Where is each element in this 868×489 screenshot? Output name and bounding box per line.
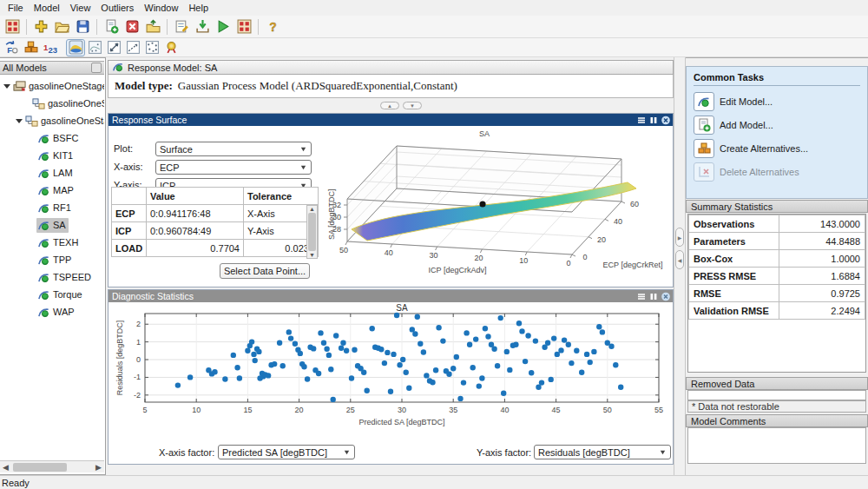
help-icon: ?	[266, 19, 280, 34]
tree-horizontal-scrollbar[interactable]: ◀ ▶	[0, 460, 104, 472]
task-delete-alternatives: Delete Alternatives	[694, 160, 860, 183]
mbc-grid-button[interactable]	[2, 17, 23, 36]
collapse-right-button[interactable]: ▶	[675, 228, 684, 247]
surface-view-button[interactable]	[66, 39, 85, 56]
select-data-point-button[interactable]: Select Data Point...	[220, 263, 310, 279]
edit-data-button[interactable]	[171, 17, 192, 36]
cross-section-button[interactable]	[104, 39, 123, 56]
panel-split-icon[interactable]	[648, 116, 659, 125]
factor-row-ECP[interactable]: ECP0:0.941176:48X-Axis	[112, 205, 319, 222]
residuals-scatter-plot[interactable]: 510152025303540455055-2-1012SAPredicted …	[114, 303, 671, 444]
factor-value-cell[interactable]: 0:0.941176:48	[147, 205, 244, 222]
menu-model[interactable]: Model	[29, 2, 65, 14]
panel-split-icon[interactable]	[648, 292, 659, 301]
help-button[interactable]: ?	[262, 17, 283, 36]
factor-value-cell[interactable]: 0:0.960784:49	[147, 222, 244, 240]
open-button[interactable]	[51, 17, 72, 36]
tree-item-TPP[interactable]: TPP	[0, 251, 104, 268]
scroll-up-icon[interactable]: ▲	[309, 206, 315, 212]
task-add-model-button[interactable]	[694, 116, 714, 135]
tree-panel-button[interactable]	[91, 63, 102, 73]
panel-menu-icon[interactable]	[636, 292, 647, 301]
delete-button[interactable]	[122, 17, 142, 36]
tree-item-BSFC[interactable]: BSFC	[0, 129, 104, 147]
panel-close-icon[interactable]	[661, 116, 671, 125]
tree-item-WAP[interactable]: WAP	[0, 303, 104, 320]
edit-model-icon	[697, 95, 711, 109]
menu-view[interactable]: View	[65, 2, 96, 14]
cage-grid-button[interactable]	[233, 17, 254, 36]
panel-menu-icon[interactable]	[636, 116, 647, 125]
update-fit-button[interactable]: F	[2, 39, 21, 56]
tree-item-RF1[interactable]: RF1	[0, 199, 104, 216]
tree-item-gasolineOneStage[interactable]: gasolineOneStage	[0, 95, 104, 112]
scrollbar-thumb[interactable]	[13, 463, 67, 472]
collapse-down-button[interactable]: ▼	[403, 102, 422, 109]
expander-icon[interactable]	[14, 116, 24, 126]
task-edit-model[interactable]: Edit Model...	[694, 89, 860, 113]
run-icon	[216, 19, 231, 34]
tree-item-TEXH[interactable]: TEXH	[0, 234, 104, 251]
menu-window[interactable]: Window	[139, 2, 183, 14]
task-create-alternatives-button[interactable]	[694, 139, 714, 158]
collapse-up-button[interactable]: ▲	[380, 102, 399, 109]
diagnostic-title: Diagnostic Statistics	[112, 291, 636, 301]
save-button[interactable]	[72, 17, 93, 36]
tree-item-gasolineOneStage[interactable]: gasolineOneStage	[0, 77, 104, 95]
new-project-button[interactable]	[30, 17, 51, 36]
x-axis-factor-select[interactable]: Predicted SA [degBTDC]	[218, 445, 355, 459]
alternatives-button[interactable]	[21, 39, 40, 56]
y-axis-factor-select[interactable]: Residuals [degBTDC]	[534, 445, 671, 459]
line-plot-button[interactable]	[123, 39, 142, 56]
response-surface-panel: Response Surface Plot:SurfaceX-axis:ECPY…	[108, 113, 674, 287]
tree-item-LAM[interactable]: LAM	[0, 164, 104, 182]
add-model-icon	[697, 118, 711, 132]
scatter-view-button[interactable]	[142, 39, 161, 56]
task-create-alternatives[interactable]: Create Alternatives...	[694, 136, 860, 160]
menu-file[interactable]: File	[3, 2, 29, 14]
run-button[interactable]	[213, 17, 233, 36]
new-test-plan-button[interactable]	[101, 17, 122, 36]
menu-help[interactable]: Help	[183, 2, 214, 14]
svg-text:F: F	[7, 45, 12, 55]
vertical-splitter[interactable]: ▶ ◀	[674, 57, 686, 475]
factor-row-LOAD[interactable]: LOAD0.77040.0230	[112, 240, 319, 257]
scrollbar-thumb[interactable]	[308, 213, 316, 251]
delete-icon	[125, 19, 140, 34]
model-comments-box[interactable]	[687, 427, 866, 464]
svg-text:15: 15	[243, 406, 252, 414]
tree-item-label: gasolineOneStage	[29, 81, 104, 91]
tree-item-SA[interactable]: SA	[0, 216, 104, 234]
task-add-model[interactable]: Add Model...	[694, 113, 860, 136]
tree-item-Torque[interactable]: Torque	[0, 286, 104, 303]
up-level-button[interactable]	[142, 17, 163, 36]
factor-value-cell[interactable]: 0.7704	[147, 240, 244, 257]
factor-row-ICP[interactable]: ICP0:0.960784:49Y-Axis	[112, 222, 319, 240]
export-button[interactable]	[192, 17, 213, 36]
tree-item-KIT1[interactable]: KIT1	[0, 147, 104, 164]
numbers-button[interactable]: 123	[40, 39, 59, 56]
panel-close-icon[interactable]	[661, 292, 671, 301]
scroll-right-icon[interactable]: ▶	[93, 463, 104, 472]
expander-icon[interactable]	[2, 81, 12, 91]
tolerance-column-header: Tolerance	[244, 188, 319, 205]
tree-item-TSPEED[interactable]: TSPEED	[0, 268, 104, 286]
tree-item-gasolineOneStage[interactable]: gasolineOneStage	[0, 112, 104, 129]
svg-text:0: 0	[582, 253, 587, 261]
scroll-down-icon[interactable]: ▼	[309, 252, 315, 258]
factor-table-scrollbar[interactable]: ▲ ▼	[306, 205, 318, 259]
collapse-left-button[interactable]: ◀	[675, 250, 684, 269]
horizontal-splitter[interactable]: ▲ ▼	[108, 98, 674, 113]
menu-outliers[interactable]: Outliers	[95, 2, 139, 14]
svg-text:20: 20	[295, 406, 304, 414]
scroll-left-icon[interactable]: ◀	[0, 463, 11, 472]
contour-view-button[interactable]	[85, 39, 104, 56]
svg-text:SA: SA	[479, 129, 490, 138]
task-edit-model-button[interactable]	[694, 92, 714, 111]
plot-select[interactable]: Surface	[155, 142, 312, 156]
mbc-model-browser-window: FileModelViewOutliersWindowHelp ? F123 A…	[0, 0, 868, 489]
surface-plot[interactable]: 283032504030201000204060ICP [degCrkAdv]E…	[327, 127, 673, 287]
stamp-button[interactable]	[161, 39, 181, 56]
xaxis-select[interactable]: ECP	[155, 160, 312, 175]
tree-item-MAP[interactable]: MAP	[0, 182, 104, 199]
